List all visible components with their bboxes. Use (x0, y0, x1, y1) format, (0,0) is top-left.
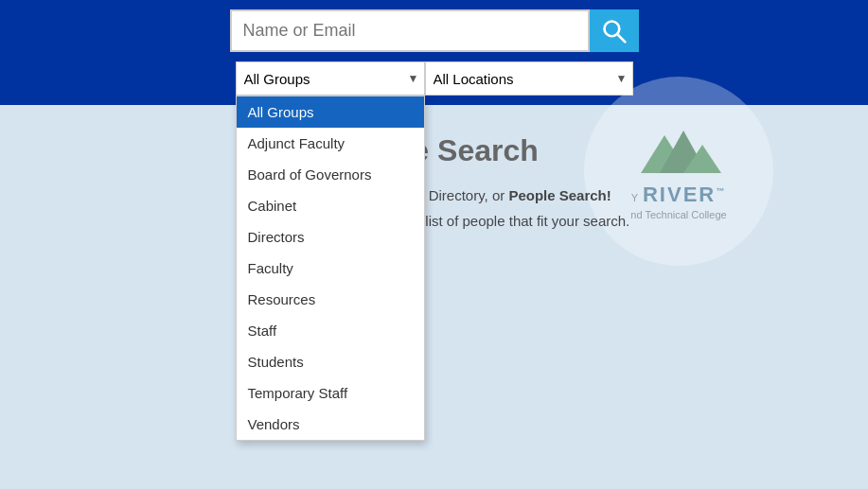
search-button[interactable] (590, 9, 639, 52)
dropdown-item-faculty[interactable]: Faculty (237, 253, 424, 284)
dropdown-item-cabinet[interactable]: Cabinet (237, 190, 424, 221)
tm-mark: ™ (716, 185, 726, 195)
dropdown-item-staff[interactable]: Staff (237, 315, 424, 346)
logo-mountains-icon (631, 121, 726, 178)
header (0, 0, 868, 61)
search-input[interactable] (230, 9, 590, 52)
dropdown-item-adjunct[interactable]: Adjunct Faculty (237, 128, 424, 159)
dropdown-item-temp-staff[interactable]: Temporary Staff (237, 377, 424, 409)
groups-select-wrapper: All Groups Adjunct Faculty Board of Gove… (236, 61, 425, 96)
river-label: RIVER™ (643, 183, 726, 206)
dropdown-item-resources[interactable]: Resources (237, 284, 424, 315)
college-tagline: nd Technical College (630, 208, 726, 221)
dropdown-item-students[interactable]: Students (237, 346, 424, 377)
dropdown-item-directors[interactable]: Directors (237, 221, 424, 253)
svg-line-1 (617, 34, 625, 42)
search-icon (601, 18, 628, 44)
logo-watermark: Y RIVER™ nd Technical College (584, 77, 773, 266)
groups-select[interactable]: All Groups Adjunct Faculty Board of Gove… (236, 61, 425, 96)
dropdown-item-all-groups[interactable]: All Groups (237, 96, 424, 128)
groups-dropdown-menu: All Groups Adjunct Faculty Board of Gove… (236, 96, 425, 441)
logo-text: Y RIVER™ nd Technical College (630, 182, 726, 222)
logo-circle: Y RIVER™ nd Technical College (584, 77, 773, 266)
dropdown-item-vendors[interactable]: Vendors (237, 409, 424, 440)
dropdown-item-board[interactable]: Board of Governors (237, 159, 424, 190)
main-content: Y RIVER™ nd Technical College People Sea… (0, 105, 868, 229)
welcome-bold: People Search! (508, 187, 611, 203)
